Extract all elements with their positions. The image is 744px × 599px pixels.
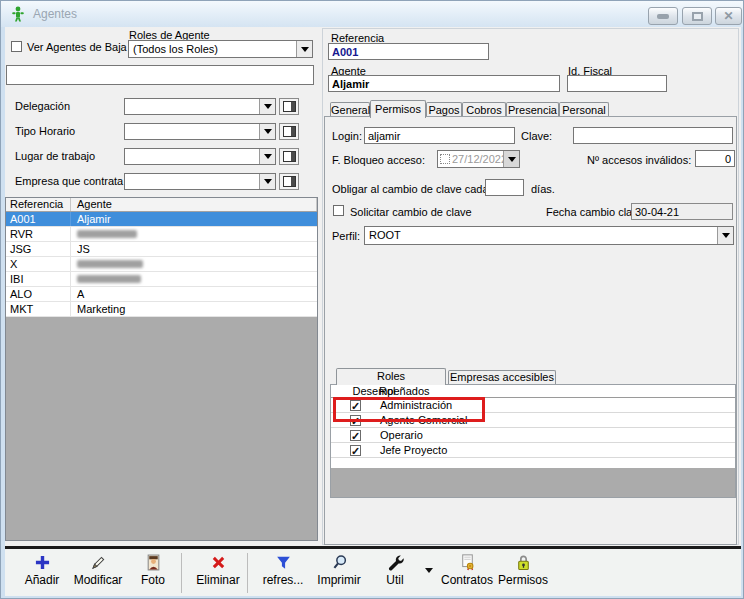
util-dropdown-arrow[interactable] — [425, 568, 433, 573]
role-checkbox[interactable] — [350, 430, 361, 441]
lookup-table-icon — [283, 176, 296, 187]
tipo-horario-lookup-button[interactable] — [279, 123, 299, 140]
photo-icon — [145, 554, 162, 571]
minimize-button[interactable] — [648, 7, 678, 25]
fecha-cambio-field[interactable] — [631, 203, 733, 220]
table-row[interactable]: IBI — [6, 272, 317, 287]
agents-table: Referencia Agente A001 Aljamir RVR JSG J… — [5, 197, 318, 541]
tab-permisos[interactable]: Permisos — [370, 100, 426, 118]
lugar-trabajo-select[interactable] — [124, 148, 276, 165]
maximize-icon — [692, 12, 703, 21]
chevron-down-icon[interactable] — [296, 41, 312, 57]
refrescar-button[interactable]: refres... — [255, 554, 311, 594]
detail-panel: Referencia Agente Id. Fiscal General Per… — [322, 28, 739, 545]
empresa-contrata-lookup-button[interactable] — [279, 173, 299, 190]
maximize-button[interactable] — [682, 7, 712, 25]
tab-cobros[interactable]: Cobros — [462, 102, 506, 116]
clave-field[interactable] — [573, 127, 733, 144]
bloqueo-acceso-datepicker[interactable]: 27/12/2022 — [437, 150, 520, 168]
roles-empty-area — [331, 468, 735, 497]
tipo-horario-select[interactable] — [124, 123, 276, 140]
ver-agentes-baja-label: Ver Agentes de Baja — [27, 41, 127, 53]
role-checkbox[interactable] — [350, 415, 361, 426]
id-fiscal-field[interactable] — [567, 75, 667, 92]
table-row[interactable]: JSG JS — [6, 242, 317, 257]
modificar-button[interactable]: Modificar — [70, 554, 126, 594]
redacted-text — [77, 260, 143, 268]
accesos-invalidos-field[interactable] — [695, 150, 735, 167]
dias-label: días. — [531, 183, 555, 195]
contratos-button[interactable]: Contratos — [439, 554, 495, 594]
certificate-icon — [459, 554, 476, 571]
lugar-trabajo-lookup-button[interactable] — [279, 148, 299, 165]
ver-agentes-baja-checkbox[interactable] — [11, 41, 22, 52]
anadir-button[interactable]: Añadir — [14, 554, 70, 594]
tab-pagos[interactable]: Pagos — [426, 102, 462, 116]
eliminar-button[interactable]: Eliminar — [190, 554, 246, 594]
padlock-icon — [515, 554, 532, 571]
util-button[interactable]: Util — [367, 554, 423, 594]
chevron-down-icon[interactable] — [503, 151, 519, 167]
chevron-down-icon[interactable] — [717, 227, 733, 244]
tab-empresas-accesibles[interactable]: Empresas accesibles — [448, 370, 556, 384]
table-row[interactable]: RVR — [6, 227, 317, 242]
chevron-down-icon[interactable] — [259, 149, 275, 164]
toolbar-separator — [247, 553, 248, 593]
delegacion-lookup-button[interactable] — [279, 98, 299, 115]
lookup-table-icon — [283, 101, 296, 112]
foto-button[interactable]: Foto — [125, 554, 181, 594]
tab-personal[interactable]: Personal — [559, 102, 609, 116]
bloqueo-acceso-value: 27/12/2022 — [452, 153, 507, 165]
lookup-table-icon — [283, 151, 296, 162]
role-row-jefe-proyecto[interactable]: Jefe Proyecto — [331, 443, 735, 458]
column-header-referencia[interactable]: Referencia — [6, 198, 71, 211]
tab-presencia[interactable]: Presencia — [506, 102, 559, 116]
pencil-icon — [90, 554, 107, 571]
role-checkbox[interactable] — [350, 445, 361, 456]
bottom-toolbar: Añadir Modificar Foto — [5, 546, 741, 596]
empresa-contrata-select[interactable] — [124, 173, 276, 190]
login-field[interactable] — [364, 127, 515, 144]
title-bar: Agentes — [1, 1, 744, 27]
cambio-dias-field[interactable] — [485, 179, 524, 196]
imprimir-button[interactable]: Imprimir — [311, 554, 367, 594]
permisos-tab-page: Login: Clave: F. Bloqueo acceso: 27/12/2… — [324, 116, 737, 545]
login-label: Login: — [332, 130, 362, 142]
redacted-text — [77, 230, 137, 238]
perfil-label: Perfil: — [332, 230, 360, 242]
role-row-administracion[interactable]: Administración — [331, 398, 735, 413]
referencia-field[interactable] — [328, 43, 489, 60]
chevron-down-icon[interactable] — [259, 124, 275, 139]
plus-icon — [34, 554, 51, 571]
agente-field[interactable] — [328, 75, 560, 92]
role-row-agente-comercial[interactable]: Agente Comercial — [331, 413, 735, 428]
redacted-text — [77, 275, 141, 283]
column-header-agente[interactable]: Agente — [71, 198, 317, 211]
tab-roles-desempenados[interactable]: Roles Desempeñados — [336, 368, 446, 385]
role-row-operario[interactable]: Operario — [331, 428, 735, 443]
clave-label: Clave: — [521, 130, 552, 142]
table-row[interactable]: X — [6, 257, 317, 272]
agent-figure-icon — [10, 6, 26, 22]
obligar-cambio-label: Obligar al cambio de clave cada: — [332, 183, 492, 195]
toolbar-separator — [181, 553, 182, 593]
table-row[interactable]: ALO A — [6, 287, 317, 302]
delegacion-select[interactable] — [124, 98, 276, 115]
roles-agente-select[interactable]: (Todos los Roles) — [128, 40, 313, 58]
window-title: Agentes — [33, 7, 77, 21]
agent-search-input[interactable] — [6, 65, 314, 85]
close-button[interactable] — [715, 7, 742, 25]
table-row[interactable]: MKT Marketing — [6, 302, 317, 317]
chevron-down-icon[interactable] — [259, 174, 275, 189]
solicitar-cambio-checkbox[interactable] — [333, 205, 344, 216]
tab-general[interactable]: General — [330, 102, 370, 116]
agentes-window: Agentes Ver Agentes de Baja Roles de Age… — [0, 0, 744, 599]
perfil-value: ROOT — [369, 229, 401, 241]
permisos-button[interactable]: Permisos — [495, 554, 551, 594]
perfil-select[interactable]: ROOT — [364, 226, 734, 245]
delete-x-icon — [210, 554, 227, 571]
chevron-down-icon[interactable] — [259, 99, 275, 114]
role-checkbox[interactable] — [350, 400, 361, 411]
table-row[interactable]: A001 Aljamir — [6, 212, 317, 227]
date-enable-checkbox[interactable] — [440, 154, 450, 164]
